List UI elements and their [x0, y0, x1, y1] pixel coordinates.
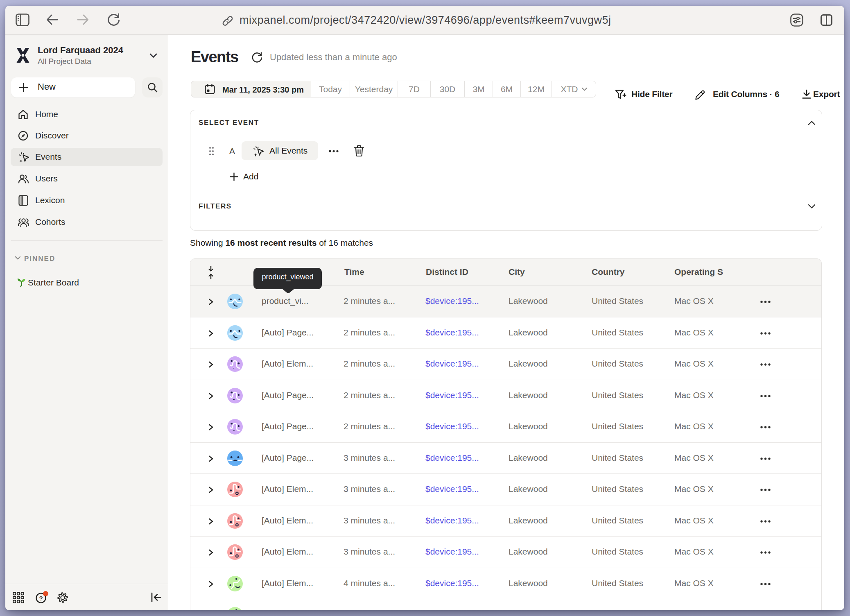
- svg-text:?: ?: [39, 595, 43, 602]
